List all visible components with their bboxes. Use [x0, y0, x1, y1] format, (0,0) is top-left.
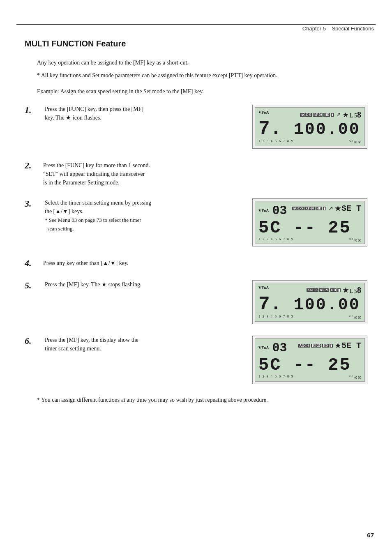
diagram-5-signal: L 58 [349, 286, 361, 295]
diagram-3-top-left: VFoA 03 [258, 204, 287, 218]
diagram-3-set: SE T [341, 204, 361, 213]
step-6-number: 6. [25, 336, 43, 346]
diagram-3-star: ★ [335, 205, 341, 212]
diagram-3-top: VFoA 03 AGC-S RF·20 HD ▮ ↗ ★ SE T [258, 204, 361, 218]
diagram-5-star: ★ [343, 286, 348, 294]
diagram-5-display: VFoA AGC-S RF·20 HD ▮ ★ L 58 7. 10 [255, 283, 365, 322]
diagram-1-scale: 1 2 3 4 5 6 7 8 9 [258, 139, 294, 144]
diagram-1-ind-row: AGC-S RF·20 HD ▮ ↗ ★ L 58 [300, 110, 361, 120]
header-separator [16, 24, 376, 25]
step-2-number: 2. [25, 160, 43, 171]
diagram-1-rf20: RF·20 [313, 113, 323, 117]
diagram-1-signal: L 58 [349, 110, 361, 120]
step-2-text: Press the [FUNC] key for more than 1 sec… [43, 160, 367, 187]
diagram-1-star-flash: ★ [343, 111, 348, 119]
page-number: 67 [367, 532, 374, 539]
step-4-number: 4. [25, 258, 43, 269]
diagram-5-freq: 7. 100.00 [258, 295, 361, 314]
diagram-1-vfoa: VFoA [258, 110, 269, 115]
step-5-left: 5. Press the [MF] key. The ★ stops flash… [25, 280, 252, 291]
step-6-text: Press the [MF] key, the display show the… [45, 336, 252, 353]
diagram-6-rf20: RF·20 [311, 344, 321, 348]
diagram-1-agc: AGC-S [300, 113, 312, 117]
diagram-6-set: 5E T [341, 341, 361, 350]
diagram-5-rf20: RF·20 [319, 288, 330, 292]
diagram-3-scale: 1 2 3 4 5 6 7 8 9 [258, 237, 294, 242]
diagram-3-outer: VFoA 03 AGC-S RF·20 HD ▮ ↗ ★ SE T [252, 198, 367, 247]
diagram-6-indicators: AGC-S RF·20 HD ▮ ★ 5E T [298, 341, 361, 350]
diagram-3-agc: AGC-S [292, 207, 304, 210]
diagram-6-subline: 5C -- 25 [258, 357, 361, 374]
step-5-number: 5. [25, 280, 43, 291]
step-3-number: 3. [25, 198, 43, 209]
main-content: MULTI FUNCTION Feature Any key operation… [25, 39, 367, 404]
diagram-3-indicators: AGC-S RF·20 HD ▮ ↗ ★ SE T [292, 204, 361, 213]
diagram-3-box: ▮ [323, 207, 326, 210]
diagram-1-scaledb: +20 40 60 [349, 139, 361, 144]
step-2: 2. Press the [FUNC] key for more than 1 … [25, 160, 367, 187]
step-1-text: Press the [FUNC] key, then press the [MF… [45, 105, 252, 122]
step-6: 6. Press the [MF] key, the display show … [25, 336, 367, 384]
step-3-left: 3. Select the timer scan setting menu by… [25, 198, 252, 233]
diagram-5-bottom: 1 2 3 4 5 6 7 8 9 +20 40 60 [258, 315, 361, 320]
intro-paragraph: Any key operation can be assigned to the… [37, 58, 367, 67]
diagram-1-box: ▮ [331, 113, 334, 117]
diagram-5-vfoa: VFoA [258, 286, 269, 290]
diagram-5-box: ▮ [337, 288, 341, 292]
diagram-1-bottom: 1 2 3 4 5 6 7 8 9 +20 40 60 [258, 139, 361, 144]
step-4-text: Press any key other than [▲/▼] key. [43, 258, 367, 267]
diagram-5-scale: 1 2 3 4 5 6 7 8 9 [258, 315, 294, 320]
diagram-1-display: VFoA AGC-S RF·20 HD ▮ ↗ ★ L 58 [255, 107, 365, 146]
diagram-6-vfoa: VFoA [258, 345, 269, 350]
diagram-3-bottom: 1 2 3 4 5 6 7 8 9 +20 40 60 [258, 237, 361, 242]
diagram-1-freq: 7. 100.00 [258, 120, 361, 138]
diagram-6-top-left: VFoA 03 [258, 341, 287, 355]
diagram-3-display: VFoA 03 AGC-S RF·20 HD ▮ ↗ ★ SE T [255, 201, 365, 244]
diagram-6-box: ▮ [330, 344, 333, 348]
diagram-6-scale: 1 2 3 4 5 6 7 8 9 [258, 375, 294, 380]
diagram-6-scaledb: +20 40 60 [349, 375, 361, 380]
diagram-3-arrow: ↗ [328, 205, 333, 212]
diagram-5-scaledb: +20 40 60 [349, 315, 361, 320]
diagram-6-display: VFoA 03 AGC-S RF·20 HD ▮ ★ 5E T [255, 338, 365, 382]
step-5-diagram: VFoA AGC-S RF·20 HD ▮ ★ L 58 7. 10 [252, 280, 367, 324]
diagram-1-hd: HD [323, 113, 330, 117]
step-1: 1. Press the [FUNC] key, then press the … [25, 105, 367, 149]
step-1-left: 1. Press the [FUNC] key, then press the … [25, 105, 252, 122]
note-paragraph: * All key functions and Set mode paramet… [37, 71, 367, 80]
section-title: MULTI FUNCTION Feature [25, 39, 367, 49]
diagram-3-vfoa: VFoA [258, 208, 269, 213]
diagram-3-menunum: 03 [272, 204, 287, 218]
diagram-5-agc: AGC-S [307, 288, 318, 292]
diagram-1-indicators: AGC-S RF·20 HD ▮ ↗ ★ L 58 [300, 110, 361, 120]
step-3: 3. Select the timer scan setting menu by… [25, 198, 367, 247]
diagram-6-bottom: 1 2 3 4 5 6 7 8 9 +20 40 60 [258, 375, 361, 380]
header-chapter-title: Chapter 5 Special Functions [302, 25, 374, 32]
steps-container: 1. Press the [FUNC] key, then press the … [25, 105, 367, 384]
step-5: 5. Press the [MF] key. The ★ stops flash… [25, 280, 367, 324]
diagram-3-scaledb: +20 40 60 [349, 237, 361, 242]
chapter-title: Special Functions [332, 25, 374, 32]
diagram-3-hd: HD [316, 207, 322, 210]
diagram-3-rf20: RF·20 [304, 207, 315, 210]
diagram-6-top: VFoA 03 AGC-S RF·20 HD ▮ ★ 5E T [258, 341, 361, 355]
chapter-label: Chapter 5 [302, 25, 326, 32]
step-1-diagram: VFoA AGC-S RF·20 HD ▮ ↗ ★ L 58 [252, 105, 367, 149]
step-6-left: 6. Press the [MF] key, the display show … [25, 336, 252, 353]
example-paragraph: Example: Assign the scan speed setting i… [37, 87, 367, 96]
diagram-5-freq-dec: 100.00 [294, 296, 360, 314]
diagram-6-hd: HD [322, 344, 329, 348]
diagram-5-hd: HD [330, 288, 337, 292]
step-5-text: Press the [MF] key. The ★ stops flashing… [45, 280, 252, 289]
diagram-1-freq-decimals: 100.00 [294, 120, 360, 139]
step-4: 4. Press any key other than [▲/▼] key. [25, 258, 367, 269]
step-6-diagram: VFoA 03 AGC-S RF·20 HD ▮ ★ 5E T [252, 336, 367, 384]
diagram-6-menunum: 03 [272, 341, 287, 355]
diagram-1-outer: VFoA AGC-S RF·20 HD ▮ ↗ ★ L 58 [252, 105, 367, 149]
step-3-sub: * See Menu 03 on page 73 to select the t… [45, 217, 141, 232]
bottom-note: * You can assign different functions at … [37, 396, 367, 404]
step-1-number: 1. [25, 105, 43, 115]
diagram-6-outer: VFoA 03 AGC-S RF·20 HD ▮ ★ 5E T [252, 336, 367, 384]
step-3-diagram: VFoA 03 AGC-S RF·20 HD ▮ ↗ ★ SE T [252, 198, 367, 247]
diagram-5-indicators: AGC-S RF·20 HD ▮ ★ L 58 [307, 286, 361, 295]
